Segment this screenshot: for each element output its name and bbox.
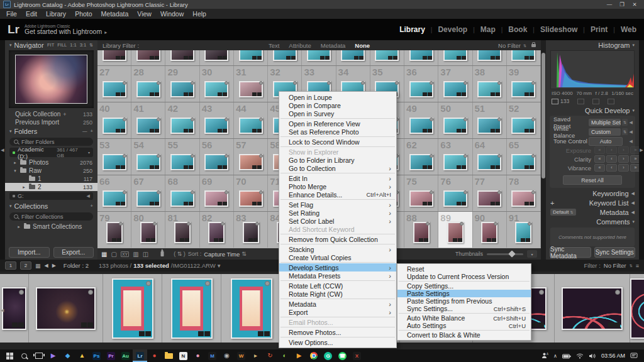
- wifi-icon[interactable]: [576, 350, 584, 361]
- grid-cell-89[interactable]: 89: [438, 212, 472, 248]
- grid-cell[interactable]: [438, 50, 472, 65]
- menu-item-open-in-compare[interactable]: Open in Compare: [279, 101, 396, 109]
- add-folder-button[interactable]: +: [91, 128, 93, 134]
- photo-thumbnail[interactable]: [170, 50, 194, 61]
- photo-thumbnail[interactable]: [443, 190, 467, 207]
- photo-thumbnail[interactable]: [409, 190, 433, 207]
- photo-thumbnail[interactable]: [409, 81, 433, 97]
- menu-item-set-flag[interactable]: Set Flag›: [279, 200, 396, 209]
- slider-handle[interactable]: [508, 250, 515, 257]
- disclosure-arrow-icon[interactable]: ▸: [21, 185, 26, 190]
- menu-item-set-color-label[interactable]: Set Color Label›: [279, 217, 396, 225]
- menu-item-view-options[interactable]: View Options...: [279, 338, 396, 346]
- grid-cell-42[interactable]: 42: [165, 102, 199, 138]
- menu-item-enhance-details[interactable]: Enhance Details...Ctrl+Alt+I: [279, 190, 396, 199]
- volume-browser-academic[interactable]: Academic (D:) 361 / 467 GB ▾: [9, 148, 93, 157]
- folder-row-photos[interactable]: ▸Photos2076: [5, 158, 97, 167]
- filter-tab-attribute[interactable]: Attribute: [289, 42, 311, 49]
- expand-arrow-icon[interactable]: ◀: [628, 129, 633, 134]
- quick-develop-header[interactable]: Quick Develop ▾: [546, 106, 639, 115]
- converter-red-icon[interactable]: ↻: [263, 349, 277, 362]
- grid-cell-69[interactable]: 69: [200, 175, 234, 211]
- add-keyword-button[interactable]: +: [550, 199, 554, 207]
- zoom-fit[interactable]: FIT: [47, 42, 54, 48]
- volume-collapse-icon[interactable]: ◀: [87, 194, 90, 199]
- painter-spray-icon[interactable]: [160, 248, 165, 260]
- tagline-label[interactable]: Get started with Lightroom▸: [25, 28, 107, 36]
- menu-item-lock-to-second-window[interactable]: Lock to Second Window: [279, 138, 396, 146]
- menubar-help[interactable]: Help: [188, 10, 211, 18]
- sort-dropdown-icon[interactable]: ⇅: [242, 251, 247, 257]
- menu-item-remove-photos[interactable]: Remove Photos...: [279, 328, 396, 336]
- menu-item-set-as-reference-photo[interactable]: Set as Reference Photo: [279, 128, 396, 136]
- collections-header[interactable]: ▾ Collections +: [5, 201, 97, 211]
- grid-cell[interactable]: [165, 50, 199, 65]
- photo-thumbnail[interactable]: [443, 50, 467, 61]
- photo-thumbnail[interactable]: [106, 222, 123, 243]
- compare-view-icon[interactable]: XY: [121, 251, 129, 257]
- grid-cell-70[interactable]: 70: [234, 175, 268, 211]
- filmstrip-filter-value[interactable]: No Filter: [604, 262, 626, 269]
- app-pink-icon[interactable]: ●: [191, 349, 205, 362]
- task-view-button[interactable]: [31, 349, 46, 362]
- menubar-library[interactable]: Library: [42, 10, 70, 18]
- start-button[interactable]: [3, 349, 17, 362]
- menu-item-rotate-right-cw[interactable]: Rotate Right (CW): [279, 290, 396, 298]
- grid-cell-27[interactable]: 27: [97, 66, 131, 102]
- grid-cell-90[interactable]: 90: [473, 212, 507, 248]
- folder-row-raw[interactable]: ▾Raw250: [5, 167, 97, 175]
- menu-item-remove-from-quick-collection[interactable]: Remove from Quick Collection: [279, 235, 396, 243]
- grid-cell-65[interactable]: 65: [507, 139, 541, 175]
- photo-thumbnail[interactable]: [103, 154, 126, 170]
- grid-cell[interactable]: [507, 50, 541, 65]
- menu-item-go-to-folder-in-library[interactable]: Go to Folder in Library: [279, 156, 396, 164]
- filmstrip-cell[interactable]: [162, 274, 221, 343]
- grid-cell[interactable]: [302, 50, 336, 65]
- photo-thumbnail[interactable]: [511, 154, 535, 170]
- grid-cell-38[interactable]: 38: [473, 66, 507, 102]
- grid-cell-50[interactable]: 50: [438, 102, 472, 138]
- quick-collection-row[interactable]: Quick Collection + 133: [5, 110, 97, 118]
- photo-thumbnail[interactable]: [239, 81, 263, 97]
- stepper-button[interactable]: «: [594, 164, 605, 172]
- main-window-button[interactable]: 1: [5, 261, 16, 270]
- sync-settings-button[interactable]: Sync Settings: [594, 247, 636, 258]
- go-forward-icon[interactable]: ▶: [52, 263, 56, 268]
- white-balance-select[interactable]: Custom: [589, 128, 621, 136]
- photo-thumbnail[interactable]: [136, 190, 160, 207]
- menu-item-reset[interactable]: Reset: [397, 265, 531, 273]
- photo-thumbnail[interactable]: [136, 81, 160, 97]
- photo-thumbnail[interactable]: [477, 50, 501, 61]
- disclosure-arrow-icon[interactable]: ▾: [13, 168, 18, 173]
- mail-icon[interactable]: M: [205, 349, 219, 362]
- menu-item-paste-settings-from-previous[interactable]: Paste Settings from Previous: [397, 297, 531, 305]
- scrollbar-thumb[interactable]: [541, 53, 545, 178]
- photo-thumbnail[interactable]: [443, 154, 467, 170]
- module-web[interactable]: Web: [621, 25, 636, 34]
- app-blue-icon[interactable]: ◆: [60, 349, 75, 362]
- dropdown-icon[interactable]: ⇅: [622, 128, 628, 135]
- minimize-button[interactable]: —: [603, 1, 616, 8]
- filter-tab-metadata[interactable]: Metadata: [321, 42, 346, 49]
- menu-item-paste-settings[interactable]: Paste Settings: [397, 290, 531, 297]
- menu-item-go-to-collection[interactable]: Go to Collection›: [279, 164, 396, 172]
- module-develop[interactable]: Develop: [438, 25, 467, 34]
- stepper-button[interactable]: ›: [618, 155, 629, 163]
- grid-cell-49[interactable]: 49: [404, 102, 438, 138]
- grid-cell-67[interactable]: 67: [131, 175, 165, 211]
- battery-icon[interactable]: [562, 350, 571, 361]
- menu-item-auto-white-balance[interactable]: Auto White BalanceCtrl+Shift+U: [397, 314, 531, 322]
- saved-preset-select[interactable]: Multiple Settings: [589, 119, 621, 126]
- photo-thumbnail[interactable]: [409, 50, 433, 61]
- grid-cell[interactable]: [336, 50, 370, 65]
- filter-folders-input[interactable]: Filter Folders: [9, 138, 93, 146]
- photo-thumbnail[interactable]: [103, 50, 126, 61]
- module-slideshow[interactable]: Slideshow: [540, 25, 577, 34]
- photo-thumbnail[interactable]: [413, 222, 430, 243]
- menu-item-metadata[interactable]: Metadata›: [279, 300, 396, 308]
- grid-cell-88[interactable]: 88: [404, 212, 438, 248]
- filter-preset-value[interactable]: No Filter: [498, 42, 521, 49]
- media-player-icon[interactable]: ▶: [46, 349, 60, 362]
- grid-cell[interactable]: [234, 50, 268, 65]
- app-orange-play-icon[interactable]: ▶: [292, 349, 306, 362]
